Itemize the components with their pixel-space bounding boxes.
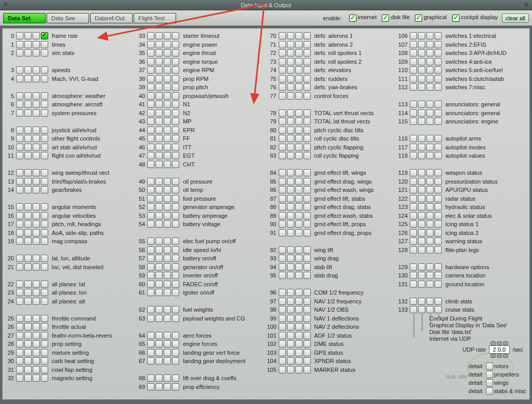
- output-checkbox[interactable]: [164, 32, 171, 39]
- output-checkbox[interactable]: [172, 83, 179, 91]
- output-checkbox[interactable]: [164, 58, 171, 65]
- output-checkbox[interactable]: [287, 340, 294, 347]
- output-checkbox[interactable]: [41, 66, 48, 74]
- output-checkbox[interactable]: [279, 195, 286, 202]
- output-checkbox[interactable]: [164, 306, 171, 313]
- output-checkbox[interactable]: [172, 109, 179, 117]
- output-checkbox[interactable]: [304, 212, 311, 219]
- output-checkbox[interactable]: [147, 101, 154, 108]
- output-checkbox[interactable]: [41, 186, 48, 193]
- output-checkbox[interactable]: [41, 41, 48, 48]
- output-checkbox[interactable]: [426, 298, 434, 305]
- output-checkbox[interactable]: [24, 32, 32, 39]
- output-checkbox[interactable]: [41, 374, 48, 382]
- output-checkbox[interactable]: [147, 263, 154, 271]
- spinner-down[interactable]: [497, 354, 502, 358]
- output-checkbox[interactable]: [304, 289, 311, 296]
- output-checkbox[interactable]: [435, 144, 442, 151]
- output-checkbox[interactable]: [279, 332, 286, 339]
- output-checkbox[interactable]: [24, 49, 32, 57]
- output-checkbox[interactable]: [164, 83, 171, 91]
- output-checkbox[interactable]: [295, 306, 303, 313]
- output-checkbox[interactable]: [155, 66, 163, 74]
- output-checkbox[interactable]: [410, 281, 417, 288]
- output-checkbox[interactable]: [279, 41, 286, 48]
- output-checkbox[interactable]: [147, 340, 154, 347]
- output-checkbox[interactable]: [295, 49, 303, 57]
- output-checkbox[interactable]: [16, 263, 23, 271]
- output-checkbox[interactable]: [172, 238, 179, 245]
- output-checkbox[interactable]: [147, 238, 154, 245]
- spinner-up[interactable]: [503, 341, 508, 345]
- output-checkbox[interactable]: [279, 220, 286, 228]
- output-checkbox[interactable]: [24, 66, 32, 74]
- output-checkbox[interactable]: [172, 32, 179, 39]
- output-checkbox[interactable]: [164, 161, 171, 168]
- output-checkbox[interactable]: [164, 374, 171, 382]
- output-checkbox[interactable]: [172, 281, 179, 288]
- output-checkbox[interactable]: [16, 220, 23, 228]
- output-checkbox[interactable]: [418, 101, 425, 108]
- output-checkbox[interactable]: [33, 41, 40, 48]
- output-checkbox[interactable]: [295, 272, 303, 279]
- output-checkbox[interactable]: [426, 178, 434, 185]
- output-checkbox[interactable]: [164, 255, 171, 262]
- output-checkbox[interactable]: [435, 220, 442, 228]
- output-checkbox[interactable]: [304, 332, 311, 339]
- output-checkbox[interactable]: [24, 186, 32, 193]
- output-checkbox[interactable]: [287, 109, 294, 117]
- output-checkbox[interactable]: [155, 383, 163, 391]
- output-checkbox[interactable]: [295, 41, 303, 48]
- output-checkbox[interactable]: [295, 289, 303, 296]
- output-checkbox[interactable]: [147, 220, 154, 228]
- output-checkbox[interactable]: [418, 186, 425, 193]
- output-checkbox[interactable]: [410, 238, 417, 245]
- output-checkbox[interactable]: [164, 101, 171, 108]
- output-checkbox[interactable]: [33, 101, 40, 108]
- output-checkbox[interactable]: [164, 66, 171, 74]
- output-checkbox[interactable]: [164, 272, 171, 279]
- output-checkbox[interactable]: [24, 144, 32, 151]
- output-checkbox[interactable]: [172, 220, 179, 228]
- output-checkbox[interactable]: [155, 135, 163, 142]
- output-checkbox[interactable]: [147, 289, 154, 296]
- output-checkbox[interactable]: [287, 178, 294, 185]
- output-checkbox[interactable]: [147, 144, 154, 151]
- output-checkbox[interactable]: [435, 152, 442, 159]
- output-checkbox[interactable]: [164, 178, 171, 185]
- output-checkbox[interactable]: [41, 349, 48, 356]
- output-checkbox[interactable]: [172, 315, 179, 322]
- output-checkbox[interactable]: [410, 263, 417, 271]
- output-checkbox[interactable]: [426, 263, 434, 271]
- output-checkbox[interactable]: [147, 212, 154, 219]
- output-checkbox[interactable]: [435, 263, 442, 271]
- output-checkbox[interactable]: [172, 374, 179, 382]
- output-checkbox[interactable]: [410, 83, 417, 91]
- output-checkbox[interactable]: [279, 203, 286, 211]
- output-checkbox[interactable]: [172, 178, 179, 185]
- output-checkbox[interactable]: [24, 101, 32, 108]
- output-checkbox[interactable]: [147, 195, 154, 202]
- output-checkbox[interactable]: [33, 255, 40, 262]
- output-checkbox[interactable]: [164, 203, 171, 211]
- output-checkbox[interactable]: [426, 101, 434, 108]
- output-checkbox[interactable]: [147, 186, 154, 193]
- output-checkbox[interactable]: [172, 101, 179, 108]
- output-checkbox[interactable]: [304, 195, 311, 202]
- output-checkbox[interactable]: [16, 366, 23, 373]
- output-checkbox[interactable]: [295, 118, 303, 125]
- output-checkbox[interactable]: [435, 195, 442, 202]
- output-checkbox[interactable]: [426, 246, 434, 254]
- output-checkbox[interactable]: [287, 263, 294, 271]
- output-checkbox[interactable]: [295, 135, 303, 142]
- output-checkbox[interactable]: [41, 281, 48, 288]
- output-checkbox[interactable]: [164, 109, 171, 117]
- output-checkbox[interactable]: [295, 58, 303, 65]
- output-checkbox[interactable]: [41, 212, 48, 219]
- output-checkbox[interactable]: [410, 298, 417, 305]
- detail-checkbox[interactable]: [486, 387, 493, 395]
- output-checkbox[interactable]: [41, 263, 48, 271]
- output-checkbox[interactable]: [33, 49, 40, 57]
- output-checkbox[interactable]: [24, 212, 32, 219]
- output-checkbox[interactable]: [295, 255, 303, 262]
